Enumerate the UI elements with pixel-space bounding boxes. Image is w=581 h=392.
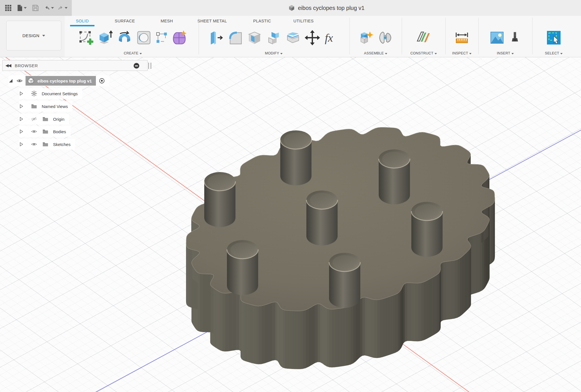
split-body-icon[interactable] [285, 30, 301, 46]
assemble-caret-icon [385, 53, 387, 54]
expander-collapsed-icon[interactable] [19, 142, 24, 147]
browser-row-named-views[interactable]: Named Views [19, 101, 72, 112]
group-assemble: ASSEMBLE [350, 27, 401, 57]
browser-title: BROWSER [15, 63, 38, 68]
assemble-dropdown[interactable]: ASSEMBLE [350, 51, 401, 55]
group-modify: fx MODIFY [199, 27, 349, 57]
row-label: Origin [53, 117, 64, 122]
insert-caret-icon [511, 53, 514, 54]
construct-dropdown[interactable]: CONSTRUCT [402, 51, 445, 55]
active-tab-underline [70, 25, 94, 26]
browser-resize-handle[interactable] [148, 63, 151, 69]
fillet-icon[interactable] [227, 30, 243, 46]
visibility-off-eye-icon[interactable] [31, 116, 37, 122]
browser-row-sketches[interactable]: Sketches [19, 139, 75, 150]
browser-minimize-icon[interactable] [134, 63, 139, 69]
redo-caret-icon[interactable] [65, 7, 68, 9]
document-title-area: eibos cyclopes top plug v1 [72, 0, 581, 16]
redo-button[interactable] [58, 3, 68, 13]
root-component-label: eibos cyclopes top plug v1 [37, 79, 92, 83]
browser-row-origin[interactable]: Origin [19, 114, 69, 124]
expander-collapsed-icon[interactable] [19, 104, 24, 109]
browser-header[interactable]: ◀◀ BROWSER [2, 60, 148, 71]
tab-surface[interactable]: SURFACE [115, 19, 135, 23]
row-label: Document Settings [42, 91, 78, 96]
row-label: Bodies [53, 129, 66, 134]
move-icon[interactable] [304, 30, 320, 46]
gear-icon [31, 90, 37, 97]
group-insert: INSERT [479, 27, 532, 57]
expander-collapsed-icon[interactable] [19, 117, 24, 121]
construct-plane-icon[interactable] [416, 30, 431, 46]
create-dropdown[interactable]: CREATE [67, 51, 198, 55]
title-bar: eibos cyclopes top plug v1 [0, 0, 581, 16]
hole-icon[interactable] [136, 30, 152, 46]
construct-caret-icon [435, 53, 437, 54]
file-menu-button[interactable] [17, 3, 27, 13]
revolve-icon[interactable] [117, 30, 132, 46]
browser-root-row[interactable]: eibos cyclopes top plug v1 [9, 75, 110, 86]
canvas-icon[interactable] [489, 30, 505, 46]
tab-utilities[interactable]: UTILITIES [293, 19, 313, 23]
tab-solid[interactable]: SOLID [76, 19, 89, 23]
create-caret-icon [140, 53, 142, 54]
row-label: Named Views [42, 104, 68, 109]
tab-plastic[interactable]: PLASTIC [253, 19, 271, 23]
inspect-caret-icon [469, 53, 471, 54]
new-component-icon[interactable] [358, 30, 374, 46]
document-title: eibos cyclopes top plug v1 [298, 5, 365, 11]
app-menu-icon[interactable] [3, 3, 13, 13]
undo-caret-icon[interactable] [51, 7, 54, 9]
modify-caret-icon [280, 53, 283, 54]
visibility-eye-icon[interactable] [31, 128, 37, 135]
quick-access-toolbar [0, 0, 72, 16]
expander-expanded-icon[interactable] [9, 79, 13, 83]
select-icon[interactable] [546, 30, 562, 46]
undo-button[interactable] [44, 3, 54, 13]
expander-collapsed-icon[interactable] [19, 91, 24, 96]
viewport-canvas[interactable] [0, 57, 581, 392]
insert-fastener-icon[interactable] [508, 31, 521, 44]
svg-text:fx: fx [325, 31, 333, 44]
folder-icon [42, 116, 49, 122]
folder-icon [42, 141, 49, 147]
browser-row-document-settings[interactable]: Document Settings [19, 88, 82, 99]
visibility-eye-icon[interactable] [31, 141, 37, 147]
insert-dropdown[interactable]: INSERT [479, 51, 532, 55]
browser-collapse-icon[interactable]: ◀◀ [5, 63, 11, 68]
activate-component-radio-icon[interactable] [99, 78, 105, 84]
create-sketch-icon[interactable] [78, 30, 94, 46]
shell-icon[interactable] [247, 30, 262, 46]
change-parameters-icon[interactable]: fx [324, 30, 340, 46]
root-selection-highlight[interactable]: eibos cyclopes top plug v1 [26, 76, 96, 86]
model-body[interactable] [186, 127, 495, 369]
joint-icon[interactable] [377, 30, 393, 46]
rectangular-pattern-icon[interactable] [155, 31, 168, 44]
select-caret-icon [560, 53, 563, 54]
combine-icon[interactable] [266, 30, 282, 46]
save-button[interactable] [31, 3, 40, 13]
press-pull-icon[interactable] [208, 30, 224, 46]
browser-row-bodies[interactable]: Bodies [19, 126, 71, 137]
select-dropdown[interactable]: SELECT [532, 51, 575, 55]
workspace-caret-icon [42, 35, 45, 37]
tab-sheet-metal[interactable]: SHEET METAL [197, 19, 227, 23]
group-create: CREATE [67, 27, 198, 57]
expander-collapsed-icon[interactable] [19, 129, 24, 134]
folder-icon [31, 103, 37, 109]
workspace-label: DESIGN [22, 33, 39, 38]
group-select: SELECT [532, 27, 575, 57]
measure-icon[interactable] [454, 30, 470, 46]
group-inspect: INSPECT [446, 27, 478, 57]
file-menu-caret-icon[interactable] [24, 7, 27, 9]
row-label: Sketches [53, 142, 71, 147]
extrude-icon[interactable] [97, 30, 113, 46]
create-form-icon[interactable] [172, 30, 188, 46]
inspect-dropdown[interactable]: INSPECT [446, 51, 478, 55]
visibility-eye-icon[interactable] [16, 78, 23, 84]
group-construct: CONSTRUCT [402, 27, 445, 57]
component-cube-icon [27, 77, 35, 84]
tab-mesh[interactable]: MESH [161, 19, 173, 23]
modify-dropdown[interactable]: MODIFY [199, 51, 349, 55]
ribbon-toolbar: DESIGN SOLID SURFACE MESH SHEET METAL PL… [0, 16, 581, 57]
